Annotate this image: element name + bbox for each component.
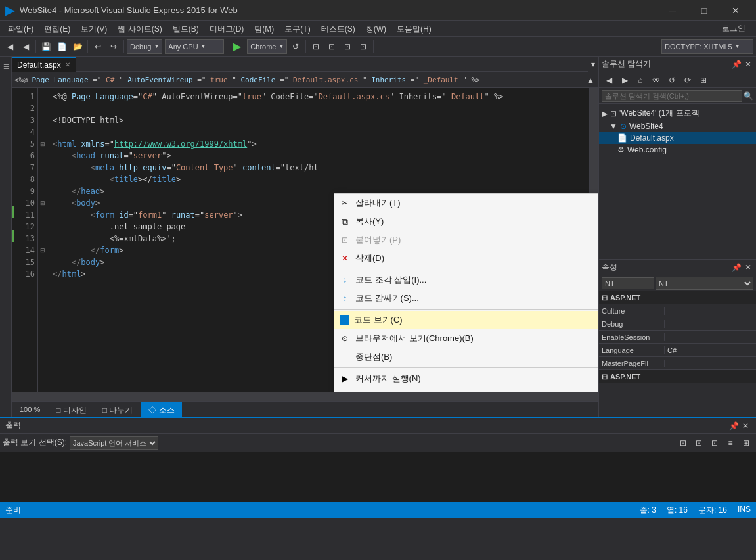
se-project-node[interactable]: ▼ ⊙ WebSite4 <box>599 120 756 132</box>
context-menu-insert-snippet[interactable]: ↕ 코드 조각 삽입(I)... Ctrl+K, Ctrl+X <box>334 271 598 289</box>
editor-hscroll[interactable] <box>12 392 598 401</box>
collapse-html[interactable]: ⊟ <box>38 138 47 150</box>
toolbar-open[interactable]: 📂 <box>70 39 85 54</box>
context-menu-surround[interactable]: ↕ 코드 감싸기(S)... Ctrl+K, Ctrl+S <box>334 289 598 308</box>
context-menu-copy[interactable]: ⧉ 복사(Y) Ctrl+C <box>334 212 598 231</box>
se-refresh-btn[interactable]: ↺ <box>665 73 679 87</box>
output-btn3[interactable]: ⊡ <box>707 436 722 450</box>
browser-dropdown[interactable]: Chrome ▼ <box>247 39 287 54</box>
menu-debug[interactable]: 디버그(D) <box>204 21 250 37</box>
output-btn4[interactable]: ≡ <box>723 436 738 450</box>
zoom-level[interactable]: 100 % <box>14 404 45 415</box>
tab-default-aspx[interactable]: Default.aspx ✕ <box>12 57 76 72</box>
se-back-btn[interactable]: ◀ <box>602 73 616 87</box>
menu-build[interactable]: 빌드(B) <box>167 21 204 37</box>
prop-row-debug[interactable]: Debug <box>599 317 756 331</box>
toolbar-btn7[interactable]: ⊡ <box>324 39 339 54</box>
platform-dropdown[interactable]: Any CPU ▼ <box>165 39 224 54</box>
se-home-btn[interactable]: ⌂ <box>633 73 648 87</box>
tab-source[interactable]: ◇ 소스 <box>141 402 181 417</box>
se-toolbar: ◀ ▶ ⌂ 👁 ↺ ⟳ ⊞ <box>599 72 756 88</box>
menu-view[interactable]: 보기(V) <box>76 21 112 37</box>
view-browser-icon: ⊙ <box>340 333 350 344</box>
menu-edit[interactable]: 편집(E) <box>39 21 76 37</box>
toolbar-refresh[interactable]: ↺ <box>288 39 303 54</box>
minimize-button[interactable]: ─ <box>657 0 688 21</box>
breakpoint-icon <box>340 352 350 362</box>
se-search-icon[interactable]: 🔍 <box>744 91 753 101</box>
se-search-input[interactable] <box>602 90 742 102</box>
se-search: 🔍 <box>599 88 756 104</box>
se-solution-node[interactable]: ▶ ⊡ 'WebSite4' (1개 프로젝 <box>599 106 756 120</box>
se-fwd-btn[interactable]: ▶ <box>617 73 632 87</box>
props-category-dropdown[interactable]: NT <box>656 277 753 290</box>
context-menu-run-thread[interactable]: ▶ 플래그 지정된 스레드를 커서까지 실행(F) <box>334 388 598 392</box>
toolbar-undo[interactable]: ↩ <box>91 39 105 54</box>
menu-tools[interactable]: 도구(T) <box>279 21 315 37</box>
se-show-all-btn[interactable]: 👁 <box>649 73 663 87</box>
code-line-3: <!DOCTYPE html> <box>53 114 584 126</box>
props-pin-button[interactable]: 📌 <box>731 262 742 273</box>
props-close-button[interactable]: ✕ <box>743 262 753 273</box>
toolbar-btn9[interactable]: ⊡ <box>356 39 370 54</box>
tab-menu-button[interactable]: ▾ <box>588 57 598 72</box>
debug-mode-dropdown[interactable]: Debug ▼ <box>127 39 162 54</box>
editor-top-arrow[interactable]: ▲ <box>585 73 596 87</box>
status-bar: 준비 줄: 3 열: 16 문자: 16 INS <box>0 502 756 518</box>
props-filter-input[interactable] <box>602 277 654 289</box>
se-pin-button[interactable]: 📌 <box>731 59 742 70</box>
context-menu-view-browser[interactable]: ⊙ 브라우저에서 보기(Chrome)(B) Ctrl+Shift+W <box>334 329 598 348</box>
menu-website[interactable]: 웹 사이트(S) <box>112 21 167 37</box>
context-menu: ✂ 잘라내기(T) Ctrl+X ⧉ 복사(Y) Ctrl+C ⊡ 붙여넣기(P… <box>334 193 598 392</box>
se-file-default-aspx[interactable]: 📄 Default.aspx <box>599 132 756 144</box>
menu-window[interactable]: 창(W) <box>361 21 391 37</box>
se-file-web-config[interactable]: ⚙ Web.config <box>599 144 756 156</box>
close-button[interactable]: ✕ <box>721 0 751 21</box>
collapse-body[interactable]: ⊟ <box>38 197 47 209</box>
prop-name-masterpagefil: MasterPageFil <box>599 360 665 367</box>
login-button[interactable]: 로그인 <box>714 22 753 35</box>
toolbar-btn8[interactable]: ⊡ <box>340 39 355 54</box>
output-btn2[interactable]: ⊡ <box>692 436 706 450</box>
output-source-select[interactable]: JavaScript 언어 서비스 <box>70 436 158 450</box>
context-menu-cut[interactable]: ✂ 잘라내기(T) Ctrl+X <box>334 194 598 212</box>
se-props-btn[interactable]: ⊞ <box>696 73 711 87</box>
menu-file[interactable]: 파일(F) <box>3 21 39 37</box>
toolbar-back[interactable]: ◀ <box>3 39 17 54</box>
context-menu-view-code[interactable]: 코드 보기(C) <box>334 311 598 329</box>
toolbar-redo[interactable]: ↪ <box>106 39 121 54</box>
collapse-form[interactable]: ⊟ <box>38 245 47 256</box>
context-menu-paste[interactable]: ⊡ 붙여넣기(P) Ctrl+V <box>334 231 598 249</box>
toolbar-save[interactable]: 💾 <box>39 39 53 54</box>
prop-row-language[interactable]: Language C# <box>599 344 756 357</box>
doctype-dropdown[interactable]: DOCTYPE: XHTML5 ▼ <box>661 39 753 54</box>
toolbar-sep3 <box>123 40 124 53</box>
toolbar-sep6 <box>373 40 374 53</box>
output-close-button[interactable]: ✕ <box>740 421 751 431</box>
prop-name-debug: Debug <box>599 320 665 328</box>
toolbar-fwd[interactable]: ◀ <box>18 39 33 54</box>
menu-team[interactable]: 팀(M) <box>249 21 279 37</box>
menu-help[interactable]: 도움말(H) <box>391 21 437 37</box>
context-menu-run-to-cursor[interactable]: ▶ 커서까지 실행(N) Ctrl+F10 <box>334 369 598 388</box>
tab-close-icon[interactable]: ✕ <box>65 61 70 68</box>
maximize-button[interactable]: □ <box>689 0 719 21</box>
se-sync-btn[interactable]: ⟳ <box>680 73 695 87</box>
toolbar-new[interactable]: 📄 <box>55 39 69 54</box>
output-pin-button[interactable]: 📌 <box>728 421 739 431</box>
se-close-button[interactable]: ✕ <box>743 59 753 70</box>
context-menu-delete[interactable]: ✕ 삭제(D) Del <box>334 249 598 268</box>
tab-design[interactable]: □ 디자인 <box>49 402 94 417</box>
prop-row-enablesession[interactable]: EnableSession <box>599 331 756 344</box>
menu-test[interactable]: 테스트(S) <box>316 21 361 37</box>
status-ready: 준비 <box>5 505 21 516</box>
tab-split[interactable]: □ 나누기 <box>95 402 141 417</box>
prop-row-masterpagefil[interactable]: MasterPageFil <box>599 357 756 370</box>
toolbar-btn6[interactable]: ⊡ <box>309 39 323 54</box>
start-button[interactable]: ▶ <box>230 39 244 54</box>
output-btn5[interactable]: ⊞ <box>739 436 753 450</box>
context-menu-breakpoint[interactable]: 중단점(B) ▶ <box>334 348 598 366</box>
output-btn1[interactable]: ⊡ <box>676 436 690 450</box>
prop-row-culture[interactable]: Culture <box>599 304 756 317</box>
props-section-aspnet2: ⊟ ASP.NET <box>599 370 756 383</box>
